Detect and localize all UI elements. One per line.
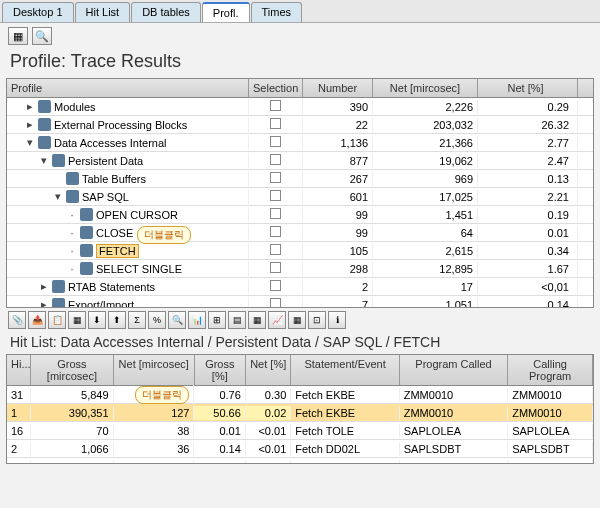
toolbar-btn-9[interactable]: 📊 [188, 311, 206, 329]
cell-gm: 70 [31, 424, 114, 438]
hitlist-title: Hit List: Data Accesses Internal / Persi… [0, 332, 600, 354]
tree-row[interactable]: Table Buffers2679690.13 [7, 170, 593, 188]
tab-dbtables[interactable]: DB tables [131, 2, 201, 22]
hit-row[interactable]: 1390,35112750.660.02Fetch EKBEZMM0010ZMM… [7, 404, 593, 422]
toolbar-btn-4[interactable]: ⬇ [88, 311, 106, 329]
cell-net: 2,615 [373, 244, 478, 258]
tree-row[interactable]: ▸External Processing Blocks22203,03226.3… [7, 116, 593, 134]
cell-net: 64 [373, 226, 478, 240]
hit-row[interactable]: 315,849더블클릭0.760.30Fetch EKBEZMM0010ZMM0… [7, 386, 593, 404]
cell-number: 105 [303, 244, 373, 258]
toolbar-btn-10[interactable]: ⊞ [208, 311, 226, 329]
checkbox[interactable] [270, 190, 281, 201]
checkbox[interactable] [270, 172, 281, 183]
tab-desktop1[interactable]: Desktop 1 [2, 2, 74, 22]
toolbar-btn-15[interactable]: ⊡ [308, 311, 326, 329]
checkbox[interactable] [270, 262, 281, 273]
toolbar-btn-5[interactable]: ⬆ [108, 311, 126, 329]
tool-find-icon[interactable]: 🔍 [32, 27, 52, 45]
hit-row[interactable]: 21,066360.14<0.01Fetch DD02LSAPLSDBTSAPL… [7, 440, 593, 458]
tree-label: Export/Import [68, 299, 134, 309]
cell-net: 2,226 [373, 100, 478, 114]
tree-toggle-icon[interactable]: · [67, 263, 77, 275]
tree-row[interactable]: ▾Persistent Data87719,0622.47 [7, 152, 593, 170]
tree-label: CLOSE [96, 227, 133, 239]
cell-pc: SAPLOLEA [400, 424, 508, 438]
cell-gp: 0.14 [194, 442, 245, 456]
tab-hitlist[interactable]: Hit List [75, 2, 131, 22]
cell-number: 390 [303, 100, 373, 114]
cell-number: 877 [303, 154, 373, 168]
toolbar-btn-8[interactable]: 🔍 [168, 311, 186, 329]
tree-toggle-icon[interactable]: ▾ [53, 190, 63, 203]
checkbox[interactable] [270, 226, 281, 237]
cell-net: 12,895 [373, 262, 478, 276]
hit-row[interactable]: 1670380.01<0.01Fetch TOLESAPLOLEASAPLOLE… [7, 422, 593, 440]
cell-gp: 50.66 [194, 406, 245, 420]
toolbar-btn-3[interactable]: ▦ [68, 311, 86, 329]
checkbox[interactable] [270, 208, 281, 219]
tree-row[interactable]: ▸Export/Import71,0510.14 [7, 296, 593, 308]
toolbar-btn-2[interactable]: 📋 [48, 311, 66, 329]
cell-number: 22 [303, 118, 373, 132]
cell-number: 1,136 [303, 136, 373, 150]
toolbar-btn-12[interactable]: ▦ [248, 311, 266, 329]
toolbar-btn-6[interactable]: Σ [128, 311, 146, 329]
checkbox[interactable] [270, 100, 281, 111]
tab-profl[interactable]: Profl. [202, 2, 250, 22]
col-netpct[interactable]: Net [%] [478, 79, 578, 97]
tree-toggle-icon[interactable]: ▸ [39, 280, 49, 293]
cell-pct: <0,01 [478, 280, 578, 294]
toolbar-btn-14[interactable]: ▦ [288, 311, 306, 329]
tree-row[interactable]: ·OPEN CURSOR991,4510.19 [7, 206, 593, 224]
tree-row[interactable]: ▸RTAB Statements217<0,01 [7, 278, 593, 296]
tool-tree-icon[interactable]: ▦ [8, 27, 28, 45]
tree-toggle-icon[interactable]: ▸ [25, 100, 35, 113]
toolbar-btn-13[interactable]: 📈 [268, 311, 286, 329]
checkbox[interactable] [270, 298, 281, 308]
toolbar-btn-1[interactable]: 📤 [28, 311, 46, 329]
toolbar-btn-11[interactable]: ▤ [228, 311, 246, 329]
checkbox[interactable] [270, 154, 281, 165]
tree-toggle-icon[interactable]: · [67, 227, 77, 239]
tree-toggle-icon[interactable]: ▾ [39, 154, 49, 167]
toolbar-btn-7[interactable]: % [148, 311, 166, 329]
checkbox[interactable] [270, 118, 281, 129]
col-net[interactable]: Net [mircosec] [373, 79, 478, 97]
tree-toggle-icon[interactable]: · [67, 209, 77, 221]
checkbox[interactable] [270, 244, 281, 255]
cell-ev: Fetch DD02L [291, 442, 399, 456]
hit-row[interactable]: 1648250.01<0.01Fetch TOLESAPLOLEASAPLOLE… [7, 458, 593, 464]
cell-pct: 2.47 [478, 154, 578, 168]
col-selection[interactable]: Selection [249, 79, 303, 97]
cell-hi: 2 [7, 442, 31, 456]
folder-icon [38, 118, 51, 131]
toolbar-btn-16[interactable]: ℹ [328, 311, 346, 329]
checkbox[interactable] [270, 280, 281, 291]
col-number[interactable]: Number [303, 79, 373, 97]
tab-times[interactable]: Times [251, 2, 303, 22]
tree-toggle-icon[interactable]: ▸ [39, 298, 49, 308]
checkbox[interactable] [270, 136, 281, 147]
hitlist-header: Hi... Gross [mircosec] Net [mircosec] Gr… [7, 355, 593, 386]
tree-row[interactable]: ▾SAP SQL60117,0252.21 [7, 188, 593, 206]
tree-toggle-icon[interactable]: · [67, 245, 77, 257]
tree-row[interactable]: ·SELECT SINGLE29812,8951.67 [7, 260, 593, 278]
tree-row[interactable]: ·CLOSE99640.01 [7, 224, 593, 242]
tree-label: Persistent Data [68, 155, 143, 167]
folder-icon [80, 262, 93, 275]
tree-row[interactable]: ▾Data Accesses Internal1,13621,3662.77 [7, 134, 593, 152]
col-profile[interactable]: Profile [7, 79, 249, 97]
folder-icon [80, 226, 93, 239]
cell-hi: 1 [7, 406, 31, 420]
folder-icon [52, 280, 65, 293]
cell-pc: SAPLSDBT [400, 442, 508, 456]
tree-toggle-icon[interactable]: ▾ [25, 136, 35, 149]
cell-nm: 127 [114, 406, 195, 420]
cell-net: 203,032 [373, 118, 478, 132]
tree-toggle-icon[interactable]: ▸ [25, 118, 35, 131]
toolbar-btn-0[interactable]: 📎 [8, 311, 26, 329]
tree-row[interactable]: ·FETCH1052,6150.34 [7, 242, 593, 260]
cell-pc: ZMM0010 [400, 406, 508, 420]
tree-row[interactable]: ▸Modules3902,2260.29 [7, 98, 593, 116]
